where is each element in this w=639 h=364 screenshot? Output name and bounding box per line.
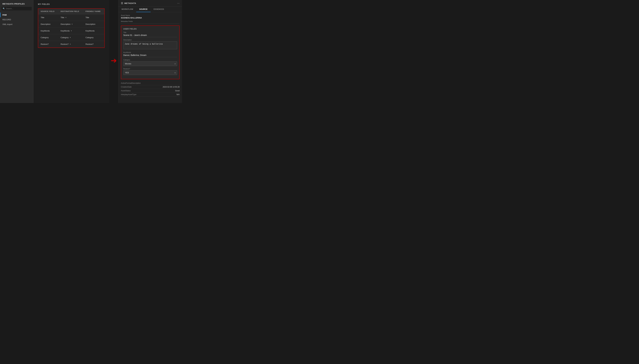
meta-row-interplay-type: InterplayAssetType N/A (121, 93, 179, 96)
keywords-field-group: KeyWords Dance; Ballerina; Dream (123, 52, 177, 57)
table-row: Restore? Restore? ▼ Restore? (38, 41, 104, 48)
dest-keywords: KeyWords ▼ (58, 28, 83, 34)
search-icon: 🔍 (3, 8, 5, 10)
meta-val-asset-status: Good (175, 90, 179, 92)
description-textarea[interactable] (123, 41, 177, 49)
table-row: Category Category ▼ Category (38, 34, 104, 41)
fields-table: SOURCE FIELD DESTINATION FIELD FRIENDLY … (38, 9, 104, 48)
table-row: KeyWords KeyWords ▼ KeyWords (38, 28, 104, 34)
sidebar: METADATA PROFILES 🔍 PAM RECORD XML impor… (0, 0, 33, 103)
sidebar-item-pam[interactable]: PAM (0, 12, 33, 17)
dest-title: Title ▼ (58, 14, 83, 21)
dest-category: Category ▼ (58, 34, 83, 41)
panel-header-title: ☰ METADATA (121, 2, 136, 5)
title-field-value: Scene 01 - Jane's dream (123, 34, 177, 37)
main-content: MY FIELDS SOURCE FIELD DESTINATION FIELD… (33, 0, 109, 103)
title-field-label: Title (123, 32, 177, 33)
more-options-icon[interactable]: ⋯ (177, 2, 179, 5)
sidebar-item-record[interactable]: RECORD (0, 17, 33, 22)
meta-row-creation-date: CreationDate 2023-02-08 14:50:28 (121, 85, 179, 89)
meta-row-asset-status: AssetStatus Good (121, 89, 179, 93)
category-select[interactable]: Movies TV Documentary Short (123, 61, 177, 66)
col-destination-field: DESTINATION FIELD (58, 9, 83, 14)
col-source-field: SOURCE FIELD (38, 9, 58, 14)
dest-restore: Restore? ▼ (58, 41, 83, 48)
right-panel: ☰ METADATA ⋯ WORKFLOW SOURCE ESSENCES As… (118, 0, 182, 103)
menu-icon: ☰ (121, 2, 123, 5)
keywords-field-label: KeyWords (123, 52, 177, 53)
friendly-title: Title (83, 14, 104, 21)
category-field-label: Category (123, 59, 177, 61)
restore-field-label: Restore? (123, 68, 177, 70)
user-fields-header: USER FIELDS (123, 28, 177, 30)
source-category: Category (38, 34, 58, 41)
title-field-group: Title Scene 01 - Jane's dream (123, 32, 177, 37)
restore-select-wrapper: YES NO (123, 70, 177, 75)
source-title: Title (38, 14, 58, 21)
panel-header: ☰ METADATA ⋯ (118, 0, 182, 7)
fields-table-wrapper: SOURCE FIELD DESTINATION FIELD FRIENDLY … (38, 8, 105, 48)
meta-key-active-format: ActiveFormatDescription (121, 82, 141, 84)
description-field-label: Description (123, 39, 177, 41)
chevron-down-icon: ▼ (65, 17, 67, 18)
meta-key-interplay-type: InterplayAssetType (121, 94, 136, 96)
description-field-group: Description (123, 39, 177, 50)
search-input[interactable] (6, 8, 31, 10)
table-row: Description Description ▼ Description (38, 21, 104, 28)
my-fields-section: MY FIELDS SOURCE FIELD DESTINATION FIELD… (33, 0, 109, 103)
user-fields-box: USER FIELDS Title Scene 01 - Jane's drea… (121, 26, 179, 79)
category-field-group: Category Movies TV Documentary Short (123, 59, 177, 66)
source-keywords: KeyWords (38, 28, 58, 34)
tab-source[interactable]: SOURCE (136, 7, 150, 12)
separator (121, 24, 179, 24)
chevron-down-icon: ▼ (70, 37, 71, 38)
meta-row-active-format: ActiveFormatDescription (121, 81, 179, 85)
metadata-fields-label: Metadata Fields (121, 20, 179, 22)
source-restore: Restore? (38, 41, 58, 48)
friendly-keywords: KeyWords (83, 28, 104, 34)
asset-name-value: SCENE01-BALLERINA (121, 17, 179, 19)
sidebar-title: METADATA PROFILES (0, 3, 33, 7)
tab-workflow[interactable]: WORKFLOW (118, 7, 136, 12)
chevron-down-icon: ▼ (71, 23, 73, 25)
tab-essences[interactable]: ESSENCES (151, 7, 167, 12)
friendly-restore: Restore? (83, 41, 104, 48)
friendly-category: Category (83, 34, 104, 41)
dest-description: Description ▼ (58, 21, 83, 28)
meta-key-creation-date: CreationDate (121, 86, 132, 88)
panel-tabs: WORKFLOW SOURCE ESSENCES (118, 7, 182, 12)
meta-key-asset-status: AssetStatus (121, 90, 131, 92)
chevron-down-icon: ▼ (71, 30, 72, 32)
meta-val-creation-date: 2023-02-08 14:50:28 (163, 86, 179, 88)
sidebar-item-xml-import[interactable]: XML import (0, 22, 33, 27)
panel-content: Asset Name SCENE01-BALLERINA Metadata Fi… (118, 12, 182, 103)
chevron-down-icon: ▼ (70, 43, 71, 45)
category-select-wrapper: Movies TV Documentary Short (123, 61, 177, 66)
sidebar-search-container[interactable]: 🔍 (2, 7, 32, 10)
asset-name-label: Asset Name (121, 14, 179, 16)
keywords-field-value: Dance; Ballerina; Dream (123, 54, 177, 57)
friendly-description: Description (83, 21, 104, 28)
table-row: Title Title ▼ Title (38, 14, 104, 21)
restore-select[interactable]: YES NO (123, 70, 177, 75)
col-friendly-name: FRIENDLY NAME (83, 9, 104, 14)
source-description: Description (38, 21, 58, 28)
my-fields-title: MY FIELDS (38, 3, 105, 5)
right-arrow-icon: ➔ (111, 57, 117, 64)
arrow-container: ➔ (109, 18, 118, 103)
restore-field-group: Restore? YES NO (123, 68, 177, 75)
meta-val-interplay-type: N/A (176, 94, 179, 96)
